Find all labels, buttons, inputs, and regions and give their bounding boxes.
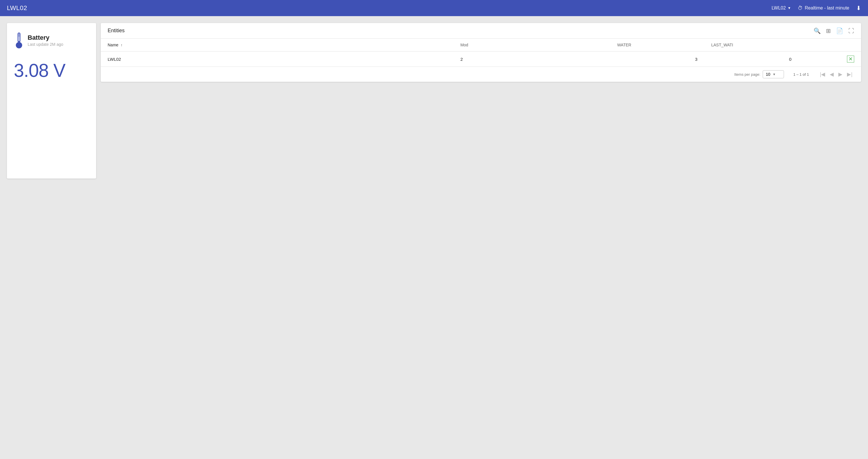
table-row: LWL02 2 3 0 ✕: [101, 52, 861, 67]
sort-arrow-icon: ↑: [121, 43, 122, 47]
col-header-water[interactable]: WATER: [610, 38, 704, 52]
search-icon[interactable]: 🔍: [814, 28, 821, 34]
table-body: LWL02 2 3 0 ✕: [101, 52, 861, 67]
realtime-label: Realtime - last minute: [805, 5, 849, 11]
battery-card: Battery Last update 2M ago 3.08 V: [7, 23, 96, 178]
cell-last-wati: 0: [704, 52, 798, 67]
app-title: LWL02: [7, 4, 27, 12]
battery-info: Battery Last update 2M ago: [28, 34, 63, 47]
battery-last-update: Last update 2M ago: [28, 42, 63, 47]
panel-footer: Items per page: 10 ▼ 1 – 1 of 1 |◀ ◀ ▶ ▶…: [101, 66, 861, 82]
pagination-info: 1 – 1 of 1: [793, 72, 809, 77]
items-per-page-select[interactable]: 10 ▼: [763, 70, 784, 78]
select-chevron-icon: ▼: [773, 73, 776, 76]
cell-name: LWL02: [101, 52, 454, 67]
table-container: Name ↑ Mod WATER LAST_WATI: [101, 38, 861, 66]
panel-header: Entities 🔍 ⊞ 📄 ⛶: [101, 23, 861, 38]
chevron-down-icon: ▼: [787, 6, 791, 10]
pagination-buttons: |◀ ◀ ▶ ▶|: [818, 70, 854, 78]
fullscreen-icon[interactable]: ⛶: [848, 28, 854, 34]
panel-actions: 🔍 ⊞ 📄 ⛶: [814, 28, 854, 34]
prev-page-button[interactable]: ◀: [828, 70, 835, 78]
svg-rect-3: [18, 36, 20, 41]
app-header: LWL02 LWL02 ▼ ⏱ Realtime - last minute ⬇: [0, 0, 868, 16]
first-page-button[interactable]: |◀: [818, 70, 827, 78]
columns-icon[interactable]: ⊞: [826, 28, 831, 34]
battery-value: 3.08 V: [14, 60, 65, 81]
entities-panel: Entities 🔍 ⊞ 📄 ⛶ Name ↑ Mod: [101, 23, 861, 82]
realtime-indicator: ⏱ Realtime - last minute: [798, 5, 849, 11]
entities-table: Name ↑ Mod WATER LAST_WATI: [101, 38, 861, 66]
battery-icon-row: Battery Last update 2M ago: [14, 32, 63, 48]
device-label: LWL02: [772, 5, 786, 11]
items-per-page-wrapper: Items per page: 10 ▼: [735, 70, 784, 78]
export-icon[interactable]: 📄: [836, 28, 843, 34]
col-header-action: [798, 38, 861, 52]
cell-row-icon[interactable]: ✕: [798, 52, 861, 67]
items-per-page-label: Items per page:: [735, 72, 761, 77]
clock-icon: ⏱: [798, 5, 803, 11]
download-icon[interactable]: ⬇: [856, 5, 861, 11]
col-header-mod[interactable]: Mod: [454, 38, 611, 52]
cell-mod: 2: [454, 52, 611, 67]
cell-water: 3: [610, 52, 704, 67]
items-per-page-value: 10: [766, 72, 770, 77]
last-page-button[interactable]: ▶|: [845, 70, 854, 78]
device-selector[interactable]: LWL02 ▼: [772, 5, 791, 11]
battery-thermometer-icon: [14, 32, 24, 48]
header-right: LWL02 ▼ ⏱ Realtime - last minute ⬇: [772, 5, 861, 11]
table-header-row: Name ↑ Mod WATER LAST_WATI: [101, 38, 861, 52]
main-content: Battery Last update 2M ago 3.08 V Entiti…: [0, 16, 868, 185]
col-header-name[interactable]: Name ↑: [101, 38, 454, 52]
next-page-button[interactable]: ▶: [837, 70, 844, 78]
row-action-icon[interactable]: ✕: [847, 56, 854, 62]
panel-title: Entities: [107, 28, 125, 34]
col-header-last-wati[interactable]: LAST_WATI: [704, 38, 798, 52]
svg-point-1: [16, 42, 22, 48]
battery-metric-name: Battery: [28, 34, 63, 41]
